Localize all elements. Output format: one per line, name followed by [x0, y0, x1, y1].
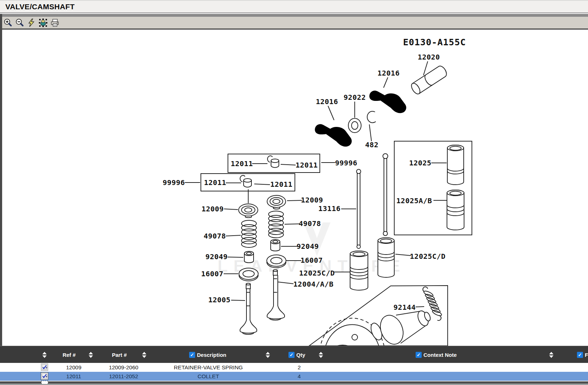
sort-control[interactable]: [89, 351, 93, 358]
cell-qty: 2: [298, 363, 301, 372]
page-title: VALVE/CAMSHAFT: [5, 2, 75, 11]
e-clip: [367, 111, 376, 123]
worksheet-check-icon: [42, 373, 47, 379]
collet-pair-bottom: [240, 175, 251, 187]
column-description: ✓ Description: [189, 346, 227, 363]
spring-seat-left: [239, 268, 258, 281]
column-part[interactable]: Part #: [112, 346, 127, 363]
part-label-12011[interactable]: 12011: [231, 159, 253, 168]
tappet-12025cd-right: [378, 238, 394, 277]
sort-control[interactable]: [549, 351, 553, 358]
edit-row-icon[interactable]: [41, 364, 48, 371]
part-drawings: [201, 65, 472, 369]
parts-diagram: LEADVENTURE: [0, 0, 588, 385]
part-label-12009[interactable]: 12009: [202, 205, 224, 213]
valve-seal-left: [244, 251, 254, 263]
part-label-99996[interactable]: 99996: [335, 159, 358, 167]
part-label-12011[interactable]: 12011: [204, 178, 227, 187]
part-label-13116[interactable]: 13116: [318, 204, 341, 213]
tappet-12025ab: [447, 190, 464, 230]
part-label-16007[interactable]: 16007: [201, 270, 224, 278]
cell-ref: 12009: [66, 363, 81, 372]
part-label-49078[interactable]: 49078: [299, 219, 321, 228]
part-label-92049[interactable]: 92049: [297, 242, 319, 251]
cell-qty: 4: [298, 372, 301, 381]
spring-seat-right: [267, 255, 286, 268]
column-qty: ✓ Qty: [288, 346, 305, 363]
spring-retainer-right: [267, 195, 286, 209]
valve-right: [267, 270, 285, 320]
description-checkbox[interactable]: ✓: [189, 352, 195, 358]
column-ref[interactable]: Ref #: [63, 346, 76, 363]
qty-checkbox[interactable]: ✓: [288, 352, 295, 358]
washer: [348, 118, 361, 133]
part-label-12016[interactable]: 12016: [378, 69, 400, 77]
lightning-icon: [27, 18, 36, 27]
spring-retainer-left: [239, 204, 258, 217]
cell-part: 12011-2052: [109, 372, 138, 381]
part-label-12020[interactable]: 12020: [418, 53, 440, 61]
print-button[interactable]: [50, 18, 59, 27]
part-label-49078[interactable]: 49078: [204, 232, 226, 240]
column-footnote: ✓ Fo: [577, 346, 588, 363]
context-note-checkbox[interactable]: ✓: [416, 352, 422, 358]
cell-ref: 12011: [66, 372, 81, 381]
part-label-12004-A-B[interactable]: 12004/A/B: [293, 280, 334, 288]
zoom-in-button[interactable]: [3, 18, 12, 27]
table-row[interactable]: 12009 12009-2060 RETAINER-VALVE SPRING 2: [0, 363, 588, 372]
toolbar: [0, 17, 588, 30]
tappet-12025: [447, 145, 464, 185]
print-icon: [50, 18, 59, 27]
title-bar: VALVE/CAMSHAFT: [0, 0, 588, 13]
part-label-99996[interactable]: 99996: [163, 178, 185, 187]
part-label-12009[interactable]: 12009: [301, 196, 323, 204]
part-label-92049[interactable]: 92049: [205, 252, 228, 261]
part-label-12016[interactable]: 12016: [316, 97, 338, 106]
rocker-arm-right: [367, 88, 409, 114]
bottom-gray-band: [0, 384, 588, 385]
left-edge-strip: [0, 14, 2, 346]
sort-control[interactable]: [42, 351, 47, 358]
part-label-12025[interactable]: 12025: [409, 159, 432, 167]
worksheet-check-icon: [42, 364, 47, 370]
table-row-selected[interactable]: 12011 12011-2052 COLLET 4: [0, 372, 588, 381]
valve-spring-right: [269, 211, 283, 238]
part-label-12025C-D[interactable]: 12025C/D: [410, 252, 446, 261]
part-label-12011[interactable]: 12011: [270, 180, 293, 189]
valve-spring-left: [241, 220, 256, 247]
pushrod-left: [357, 169, 361, 248]
zoom-out-button[interactable]: [15, 18, 24, 27]
sort-control[interactable]: [319, 351, 323, 358]
valve-left: [240, 283, 257, 335]
hotspots-button[interactable]: [27, 18, 36, 27]
part-label-12005[interactable]: 12005: [208, 296, 231, 304]
part-label-16007[interactable]: 16007: [301, 256, 323, 265]
collet-pair-top: [267, 156, 279, 168]
part-label-92144[interactable]: 92144: [394, 303, 416, 312]
edit-row-icon[interactable]: [41, 373, 48, 380]
footnote-checkbox[interactable]: ✓: [577, 352, 583, 358]
part-label-12025A-B[interactable]: 12025A/B: [396, 196, 432, 205]
valve-seal-right: [271, 240, 280, 251]
column-context-note: ✓ Context Note: [416, 346, 457, 363]
next-row-icon-stub: [41, 381, 48, 384]
part-label-12025C-D[interactable]: 12025C/D: [299, 269, 335, 277]
zoom-in-icon: [3, 18, 12, 27]
select-transform-icon: [38, 18, 48, 27]
tappet-12025cd-left: [350, 251, 368, 290]
zoom-out-icon: [15, 18, 24, 27]
sort-control[interactable]: [266, 351, 270, 358]
shaft-pin: [410, 65, 448, 96]
part-label-12011[interactable]: 12011: [296, 161, 318, 169]
select-part-button[interactable]: [38, 18, 48, 27]
table-header: Ref # Part # ✓ Description ✓ Qty ✓ Conte…: [0, 346, 588, 363]
camshaft: [369, 309, 432, 348]
pushrod-right: [383, 154, 388, 236]
part-label-482[interactable]: 482: [365, 140, 379, 149]
sort-control[interactable]: [142, 351, 146, 358]
cell-desc: COLLET: [198, 372, 219, 381]
figure-code: E0130-A155C: [403, 37, 466, 47]
cell-desc: RETAINER-VALVE SPRING: [174, 363, 243, 372]
part-label-92022[interactable]: 92022: [344, 93, 366, 102]
cell-part: 12009-2060: [109, 363, 139, 372]
